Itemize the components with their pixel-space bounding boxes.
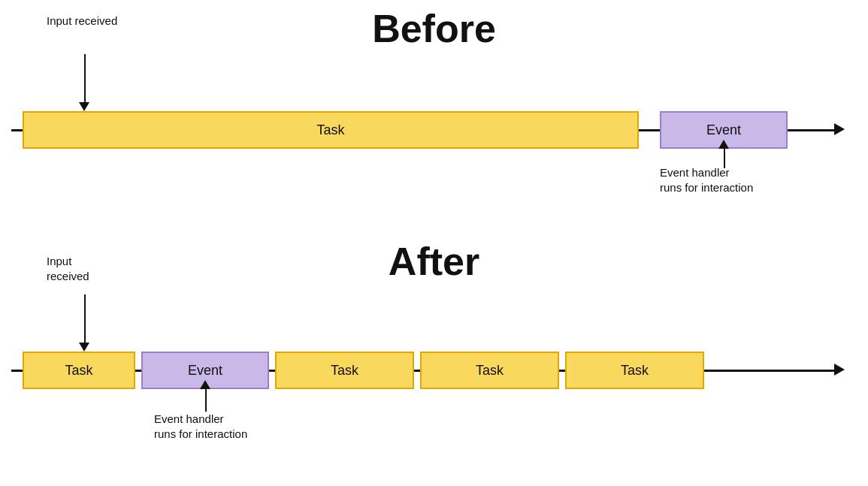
before-title: Before	[0, 6, 868, 51]
before-event-handler-arrow-line	[724, 149, 725, 168]
before-input-label: Input received	[47, 14, 117, 29]
before-event-handler-arrow-head	[718, 140, 729, 149]
before-arrow-right	[834, 123, 845, 135]
before-input-arrow-head	[79, 102, 89, 111]
after-event-handler-arrow-head	[200, 380, 210, 389]
after-task-box-3: Task	[420, 352, 559, 389]
after-task-box-1: Task	[23, 352, 135, 389]
after-task-box-2: Task	[275, 352, 414, 389]
after-arrow-right	[834, 364, 845, 376]
diagram-container: Before Task Event Input received Event h…	[0, 0, 868, 486]
after-title: After	[0, 239, 868, 284]
after-event-handler-label: Event handlerruns for interaction	[154, 412, 247, 442]
after-input-arrow-line	[84, 294, 86, 343]
before-event-handler-label: Event handlerruns for interaction	[660, 165, 753, 196]
after-input-arrow-head	[79, 343, 89, 352]
after-event-handler-arrow-line	[205, 389, 207, 412]
before-input-arrow-line	[84, 54, 86, 102]
after-task-box-4: Task	[565, 352, 704, 389]
before-task-box: Task	[23, 111, 639, 149]
after-input-label: Inputreceived	[47, 254, 89, 285]
